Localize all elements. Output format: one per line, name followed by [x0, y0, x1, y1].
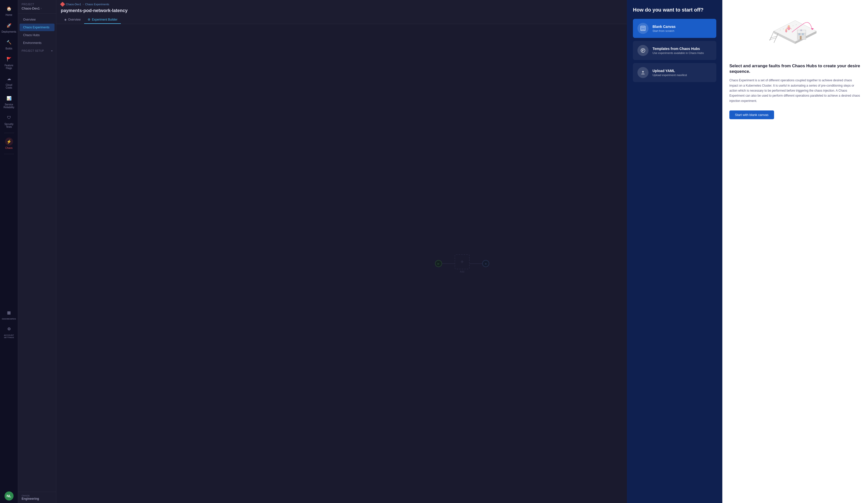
- nav-item-account-settings[interactable]: ⚙ ACCOUNT SETTINGS: [1, 323, 17, 340]
- modal-right-panel: ✱ Select and arrange faults from Chaos H…: [722, 0, 868, 503]
- modal-title: How do you want to start off?: [633, 7, 716, 13]
- side-section-label: PROJECT SETUP ▾: [18, 47, 56, 53]
- templates-title: Templates from Chaos Hubs: [652, 47, 712, 51]
- svg-rect-17: [802, 33, 804, 35]
- sidebar-item-chaos-experiments[interactable]: Chaos Experiments: [20, 24, 54, 31]
- account-settings-icon: ⚙: [5, 325, 13, 333]
- svg-point-26: [780, 30, 781, 30]
- svg-rect-18: [800, 36, 802, 39]
- svg-rect-3: [641, 29, 643, 30]
- svg-point-27: [783, 29, 784, 29]
- blank-canvas-title: Blank Canvas: [652, 24, 712, 29]
- svg-rect-16: [799, 33, 800, 35]
- nav-separator-2: [4, 154, 14, 154]
- project-header: Project Chaos-Dev1 ›: [18, 0, 56, 13]
- nav-item-home[interactable]: 🏠 Home: [1, 2, 17, 18]
- start-blank-canvas-button[interactable]: Start with blank canvas: [730, 111, 774, 119]
- user-avatar[interactable]: NL: [4, 491, 13, 501]
- option-blank-canvas[interactable]: Blank Canvas Start from scratch: [633, 19, 716, 38]
- overview-tab-icon: ◈: [64, 18, 66, 21]
- project-chevron: ›: [41, 7, 41, 10]
- nav-item-cloud-costs[interactable]: ☁ Cloud Costs: [1, 73, 17, 91]
- nav-item-dashboards[interactable]: ▦ DASHBOARDS: [1, 307, 17, 322]
- home-icon: 🏠: [5, 4, 13, 12]
- upload-yaml-icon: [638, 67, 649, 78]
- logo-icon: [60, 2, 65, 7]
- bottom-user-label: CHAOS: [22, 494, 52, 497]
- bottom-user-name: Engineering: [22, 497, 52, 501]
- experiment-builder-tab-icon: ⚙: [87, 18, 90, 21]
- nav-item-builds[interactable]: 🔨 Builds: [1, 36, 17, 52]
- chaos-icon: ⚡: [5, 138, 13, 146]
- upload-yaml-text: Upload YAML Upload experiment manifest: [652, 69, 712, 76]
- nav-item-security-tests[interactable]: 🛡 Security Tests: [1, 112, 17, 130]
- section-chevron: ▾: [51, 50, 53, 52]
- illustration-area: ✱: [730, 7, 861, 57]
- upload-yaml-desc: Upload experiment manifest: [652, 74, 712, 76]
- templates-icon: [638, 45, 649, 56]
- svg-text:✱: ✱: [800, 29, 803, 32]
- side-bottom-user: CHAOS Engineering: [18, 492, 56, 503]
- illustration-svg: ✱: [767, 8, 823, 56]
- nav-item-deployments[interactable]: 🚀 Deployments: [1, 19, 17, 35]
- svg-rect-0: [641, 26, 645, 31]
- svg-point-20: [788, 25, 789, 27]
- svg-point-29: [789, 27, 790, 27]
- svg-point-28: [786, 27, 787, 28]
- blank-canvas-text: Blank Canvas Start from scratch: [652, 24, 712, 32]
- svg-point-30: [793, 25, 793, 26]
- svg-marker-7: [774, 20, 816, 42]
- nav-item-feature-flags[interactable]: 🚩 Feature Flags: [1, 53, 17, 72]
- templates-text: Templates from Chaos Hubs Use experiment…: [652, 47, 712, 54]
- tab-experiment-builder[interactable]: ⚙ Experiment Builder: [84, 16, 121, 24]
- feature-flags-icon: 🚩: [5, 55, 13, 63]
- dashboards-icon: ▦: [5, 309, 13, 317]
- harness-logo: [61, 2, 64, 6]
- modal-container: How do you want to start off? Blank Canv…: [627, 0, 868, 503]
- project-name: Chaos-Dev1 ›: [22, 7, 52, 10]
- svg-rect-2: [643, 27, 644, 28]
- nav-item-service-reliability[interactable]: 📊 Service Reliability: [1, 92, 17, 111]
- tab-overview[interactable]: ◈ Overview: [61, 16, 84, 24]
- deployments-icon: 🚀: [5, 21, 13, 29]
- sidebar-item-overview[interactable]: Overview: [20, 16, 54, 23]
- blank-canvas-desc: Start from scratch: [652, 29, 712, 32]
- breadcrumb-sep: ›: [83, 3, 84, 6]
- svg-rect-4: [643, 29, 644, 30]
- svg-point-25: [786, 29, 787, 31]
- svg-rect-1: [641, 27, 643, 28]
- modal-left-panel: How do you want to start off? Blank Canv…: [627, 0, 722, 503]
- detail-heading: Select and arrange faults from Chaos Hub…: [730, 63, 861, 74]
- service-reliability-icon: 📊: [5, 94, 13, 102]
- nav-item-chaos[interactable]: ⚡ Chaos: [1, 136, 17, 151]
- security-tests-icon: 🛡: [5, 114, 13, 122]
- detail-body: Chaos Experiment is a set of different o…: [730, 78, 861, 103]
- side-panel: Project Chaos-Dev1 › Overview Chaos Expe…: [18, 0, 56, 503]
- breadcrumb-section[interactable]: Chaos Experiments: [85, 3, 109, 6]
- svg-point-31: [796, 24, 797, 25]
- option-templates[interactable]: Templates from Chaos Hubs Use experiment…: [633, 41, 716, 60]
- blank-canvas-icon: [638, 23, 649, 34]
- builds-icon: 🔨: [5, 38, 13, 46]
- cloud-costs-icon: ☁: [5, 75, 13, 83]
- option-upload-yaml[interactable]: Upload YAML Upload experiment manifest: [633, 63, 716, 82]
- sidebar-item-environments[interactable]: Environments: [20, 39, 54, 47]
- templates-desc: Use experiments available in Chaos Hubs: [652, 51, 712, 54]
- sidebar-item-chaos-hubs[interactable]: Chaos Hubs: [20, 31, 54, 39]
- side-nav: Overview Chaos Experiments Chaos Hubs En…: [18, 13, 56, 492]
- project-label: Project: [22, 3, 52, 6]
- breadcrumb-project[interactable]: Chaos-Dev1: [66, 3, 81, 6]
- icon-nav: 🏠 Home 🚀 Deployments 🔨 Builds 🚩 Feature …: [0, 0, 18, 503]
- upload-yaml-title: Upload YAML: [652, 69, 712, 73]
